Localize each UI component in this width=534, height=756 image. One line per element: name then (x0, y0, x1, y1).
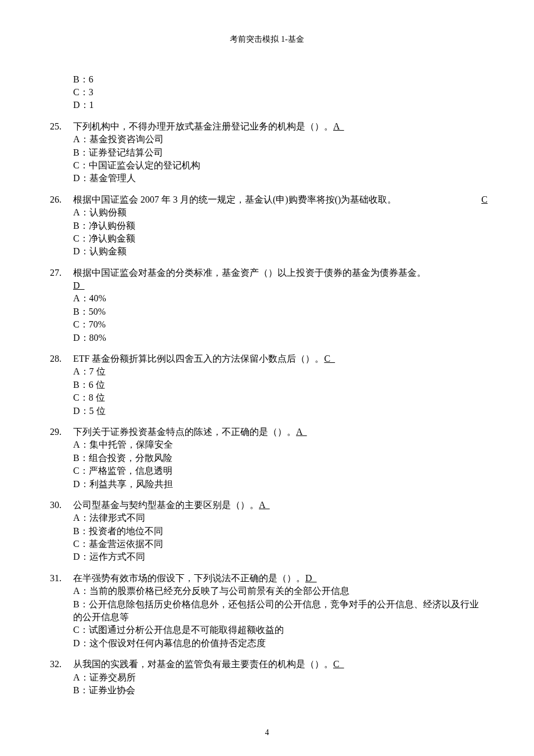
page-header-title: 考前突击模拟 1-基金 (46, 34, 488, 45)
question-number: 31. (46, 572, 73, 585)
answer-label: C (481, 193, 488, 206)
question-text: 下列机构中，不得办理开放式基金注册登记业务的机构是（）。A (73, 120, 488, 133)
option-item: C：基金营运依据不同 (73, 538, 488, 550)
options-list: A：证券交易所B：证券业协会 (46, 671, 488, 697)
option-item: B：公开信息除包括历史价格信息外，还包括公司的公开信息，竞争对手的公开信息、经济… (73, 598, 488, 624)
option-item: B：6 位 (73, 379, 488, 391)
question-text-content: 根据中国证监会 2007 年 3 月的统一规定，基金认(申)购费率将按()为基础… (73, 195, 396, 204)
options-list: A：认购份额B：净认购份额C：净认购金额D：认购金额 (46, 206, 488, 258)
question-text: 在半强势有效市场的假设下，下列说法不正确的是（）。D (73, 572, 488, 585)
question-block: 25.下列机构中，不得办理开放式基金注册登记业务的机构是（）。A A：基金投资咨… (46, 120, 488, 185)
option-item: B：证券登记结算公司 (73, 146, 488, 159)
option-item: D：运作方式不同 (73, 550, 488, 563)
question-block: 27.根据中国证监会对基金的分类标准，基金资产（）以上投资于债券的基金为债券基金… (46, 267, 488, 344)
option-item: D：认购金额 (73, 245, 488, 258)
question-number: 32. (46, 658, 73, 671)
question-text: ETF 基金份额折算比例以四舍五入的方法保留小数点后（）。C (73, 352, 488, 365)
options-list: A：当前的股票价格已经充分反映了与公司前景有关的全部公开信息B：公开信息除包括历… (46, 585, 488, 650)
question-block: 31.在半强势有效市场的假设下，下列说法不正确的是（）。D A：当前的股票价格已… (46, 572, 488, 650)
question-line: 30.公司型基金与契约型基金的主要区别是（）。A (46, 499, 488, 512)
option-item: A：40% (73, 292, 488, 305)
option-item: C：中国证监会认定的登记机构 (73, 159, 488, 172)
option-item: D：5 位 (73, 405, 488, 417)
answer-label: D (73, 280, 85, 290)
option-d: D：1 (73, 99, 488, 111)
question-line: 29.下列关于证券投资基金特点的陈述，不正确的是（）。A (46, 426, 488, 438)
question-block: 26.C根据中国证监会 2007 年 3 月的统一规定，基金认(申)购费率将按(… (46, 193, 488, 258)
option-item: B：投资者的地位不同 (73, 525, 488, 538)
document-page: 考前突击模拟 1-基金 B：6 C：3 D：1 25.下列机构中，不得办理开放式… (0, 0, 534, 756)
question-block: 29.下列关于证券投资基金特点的陈述，不正确的是（）。A A：集中托管，保障安全… (46, 426, 488, 491)
question-text: 根据中国证监会 2007 年 3 月的统一规定，基金认(申)购费率将按()为基础… (73, 193, 488, 206)
option-item: B：50% (73, 305, 488, 318)
question-text-content: 公司型基金与契约型基金的主要区别是（）。 (73, 500, 259, 510)
option-item: A：当前的股票价格已经充分反映了与公司前景有关的全部公开信息 (73, 585, 488, 597)
question-line: 26.C根据中国证监会 2007 年 3 月的统一规定，基金认(申)购费率将按(… (46, 193, 488, 206)
option-item: B：组合投资，分散风险 (73, 452, 488, 465)
answer-label: C (324, 354, 335, 363)
answer-label: A (333, 121, 344, 131)
question-text-content: 从我国的实践看，对基金的监管负有最主要责任的机构是（）。 (73, 659, 333, 669)
answer-label: A (296, 427, 307, 437)
question-text-content: 在半强势有效市场的假设下，下列说法不正确的是（）。 (73, 573, 305, 583)
question-line: 25.下列机构中，不得办理开放式基金注册登记业务的机构是（）。A (46, 120, 488, 133)
option-item: C：8 位 (73, 391, 488, 404)
answer-label: C (333, 659, 344, 669)
question-text: 从我国的实践看，对基金的监管负有最主要责任的机构是（）。C (73, 658, 488, 671)
question-line: 32.从我国的实践看，对基金的监管负有最主要责任的机构是（）。C (46, 658, 488, 671)
question-text-content: 根据中国证监会对基金的分类标准，基金资产（）以上投资于债券的基金为债券基金。 (73, 268, 426, 278)
option-item: A：认购份额 (73, 206, 488, 219)
options-list: A：集中托管，保障安全B：组合投资，分散风险C：严格监管，信息透明D：利益共享，… (46, 438, 488, 491)
option-item: C：70% (73, 318, 488, 331)
question-text-content: 下列机构中，不得办理开放式基金注册登记业务的机构是（）。 (73, 121, 333, 131)
question-number: 29. (46, 426, 73, 438)
answer-label: A (259, 500, 270, 510)
option-item: D：这个假设对任何内幕信息的价值持否定态度 (73, 637, 488, 650)
page-number: 4 (0, 727, 534, 739)
option-item: C：严格监管，信息透明 (73, 465, 488, 477)
question-block: 32.从我国的实践看，对基金的监管负有最主要责任的机构是（）。C A：证券交易所… (46, 658, 488, 697)
option-b: B：6 (73, 73, 488, 86)
option-item: A：法律形式不同 (73, 512, 488, 524)
questions-container: 25.下列机构中，不得办理开放式基金注册登记业务的机构是（）。A A：基金投资咨… (46, 120, 488, 697)
options-list: A：法律形式不同B：投资者的地位不同C：基金营运依据不同D：运作方式不同 (46, 512, 488, 564)
option-item: A：集中托管，保障安全 (73, 438, 488, 451)
question-number: 26. (46, 193, 73, 206)
question-block: 28.ETF 基金份额折算比例以四舍五入的方法保留小数点后（）。C A：7 位B… (46, 352, 488, 417)
options-list: A：7 位B：6 位C：8 位D：5 位 (46, 365, 488, 417)
question-text-content: ETF 基金份额折算比例以四舍五入的方法保留小数点后（）。 (73, 354, 324, 363)
question-text: 根据中国证监会对基金的分类标准，基金资产（）以上投资于债券的基金为债券基金。 (73, 267, 488, 279)
option-c: C：3 (73, 86, 488, 99)
question-line: 28.ETF 基金份额折算比例以四舍五入的方法保留小数点后（）。C (46, 352, 488, 365)
option-item: A：基金投资咨询公司 (73, 133, 488, 146)
answer-label: D (305, 573, 317, 583)
question-line: 27.根据中国证监会对基金的分类标准，基金资产（）以上投资于债券的基金为债券基金… (46, 267, 488, 279)
option-item: D：80% (73, 332, 488, 344)
question-text-content: 下列关于证券投资基金特点的陈述，不正确的是（）。 (73, 427, 296, 437)
question-text: 下列关于证券投资基金特点的陈述，不正确的是（）。A (73, 426, 488, 438)
option-item: A：7 位 (73, 365, 488, 378)
option-item: C：试图通过分析公开信息是不可能取得超额收益的 (73, 624, 488, 636)
question-number: 25. (46, 120, 73, 133)
option-item: D：基金管理人 (73, 172, 488, 185)
answer-nextline-wrap: D (46, 279, 488, 292)
option-item: D：利益共享，风险共担 (73, 478, 488, 491)
question-block: 30.公司型基金与契约型基金的主要区别是（）。A A：法律形式不同B：投资者的地… (46, 499, 488, 564)
option-item: C：净认购金额 (73, 232, 488, 245)
options-list: A：基金投资咨询公司B：证券登记结算公司C：中国证监会认定的登记机构D：基金管理… (46, 133, 488, 185)
question-line: 31.在半强势有效市场的假设下，下列说法不正确的是（）。D (46, 572, 488, 585)
question-number: 30. (46, 499, 73, 512)
question-number: 28. (46, 352, 73, 365)
options-list: A：40%B：50%C：70%D：80% (46, 292, 488, 344)
question-number: 27. (46, 267, 73, 279)
partial-options-block: B：6 C：3 D：1 (46, 73, 488, 112)
question-text: 公司型基金与契约型基金的主要区别是（）。A (73, 499, 488, 512)
option-item: A：证券交易所 (73, 671, 488, 684)
option-item: B：净认购份额 (73, 219, 488, 232)
option-item: B：证券业协会 (73, 684, 488, 697)
